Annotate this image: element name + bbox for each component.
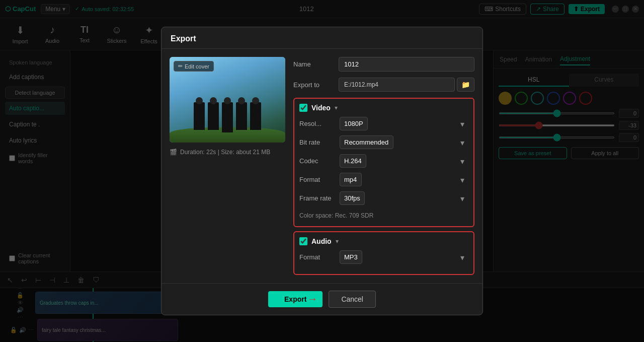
bitrate-row: Bit rate Recommended (299, 135, 468, 149)
resolution-select-wrapper: 1080P (340, 117, 468, 130)
cancel-button[interactable]: Cancel (329, 291, 376, 308)
format-row: Format mp4 (299, 173, 468, 186)
framerate-label: Frame rate (299, 194, 340, 202)
name-label: Name (293, 60, 334, 68)
export-path-wrapper: 📁 (339, 78, 474, 92)
framerate-row: Frame rate 30fps (299, 191, 468, 205)
person-1 (194, 102, 205, 130)
modal-overlay: Export (0, 0, 644, 342)
duration-size-info: 🎬 Duration: 22s | Size: about 21 MB (170, 149, 285, 156)
audio-format-label: Format (299, 253, 340, 261)
person-4 (236, 102, 247, 130)
codec-select[interactable]: H.264 (340, 154, 366, 168)
person-2 (208, 102, 219, 130)
codec-select-wrapper: H.264 (340, 154, 468, 168)
dialog-left: ✏ Edit cover 🎬 Duration: 22s | Size: abo… (170, 57, 285, 275)
head-3 (224, 97, 231, 104)
audio-section-header: Audio ▾ (299, 237, 468, 245)
color-space-text: Color space: Rec. 709 SDR (299, 210, 468, 221)
export-dialog: Export (161, 27, 483, 315)
browse-button[interactable]: 📁 (457, 78, 474, 92)
audio-title: Audio (311, 237, 332, 245)
person-5 (250, 102, 261, 130)
export-path-input[interactable] (339, 78, 455, 92)
film-icon: 🎬 (170, 149, 177, 156)
resolution-select[interactable]: 1080P (340, 117, 368, 130)
dialog-body: ✏ Edit cover 🎬 Duration: 22s | Size: abo… (162, 49, 482, 283)
cover-preview: ✏ Edit cover (170, 57, 285, 143)
name-row: Name (293, 57, 474, 72)
framerate-select-wrapper: 30fps (340, 191, 468, 205)
pencil-icon: ✏ (178, 63, 183, 70)
bitrate-label: Bit rate (299, 139, 340, 146)
person-3 (222, 102, 233, 132)
resolution-label: Resol... (299, 120, 340, 127)
dialog-right: Name Export to 📁 (293, 57, 474, 275)
format-label: Format (299, 176, 340, 183)
audio-format-select-wrapper: MP3 (340, 250, 468, 264)
video-title: Video (311, 104, 331, 112)
video-enabled-checkbox[interactable] (299, 104, 307, 112)
head-5 (252, 97, 259, 104)
resolution-row: Resol... 1080P (299, 117, 468, 130)
bitrate-select[interactable]: Recommended (340, 135, 393, 149)
video-section: Video ▾ Resol... 1080P Bit rate (293, 98, 474, 227)
audio-collapse-icon[interactable]: ▾ (336, 238, 339, 245)
framerate-select[interactable]: 30fps (340, 191, 365, 205)
folder-icon: 📁 (461, 81, 470, 89)
audio-enabled-checkbox[interactable] (299, 237, 307, 245)
codec-label: Codec (299, 157, 340, 165)
head-1 (196, 97, 203, 104)
format-select-wrapper: mp4 (340, 173, 468, 186)
edit-cover-button[interactable]: ✏ Edit cover (174, 61, 214, 72)
audio-format-select[interactable]: MP3 (340, 250, 362, 264)
dialog-footer: → Export Cancel (162, 283, 482, 315)
format-select[interactable]: mp4 (340, 173, 362, 186)
dialog-header: Export (162, 27, 482, 49)
name-input[interactable] (339, 57, 474, 72)
audio-format-row: Format MP3 (299, 250, 468, 264)
codec-row: Codec H.264 (299, 154, 468, 168)
bitrate-select-wrapper: Recommended (340, 135, 468, 149)
export-to-label: Export to (293, 81, 334, 89)
video-collapse-icon[interactable]: ▾ (335, 104, 338, 111)
audio-section: Audio ▾ Format MP3 (293, 231, 474, 275)
head-4 (238, 97, 245, 104)
head-2 (210, 97, 217, 104)
arrow-indicator: → (307, 293, 317, 305)
export-to-row: Export to 📁 (293, 78, 474, 92)
video-section-header: Video ▾ (299, 104, 468, 112)
people-silhouettes (194, 102, 261, 132)
